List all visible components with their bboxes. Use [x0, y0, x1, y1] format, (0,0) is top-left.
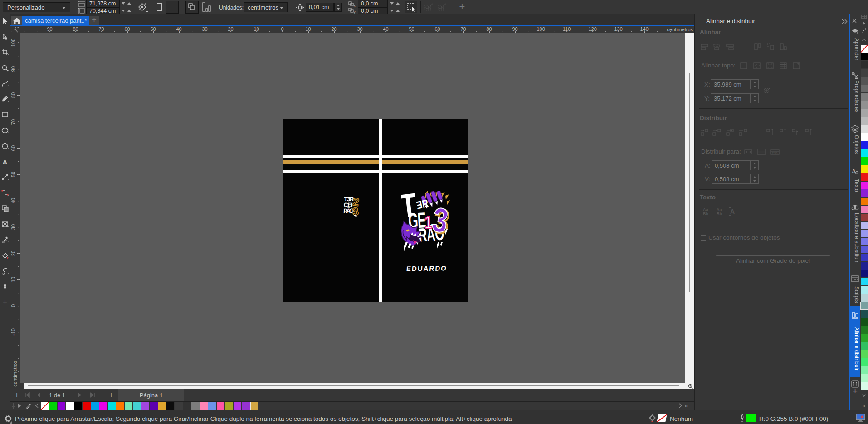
svg-text:A: A	[3, 158, 8, 165]
svg-text:1: 1	[424, 213, 432, 232]
svg-text:1230: 1230	[772, 152, 777, 154]
svg-text:A: A	[852, 168, 856, 175]
svg-text:x: x	[354, 4, 356, 7]
svg-text:y: y	[354, 10, 356, 14]
